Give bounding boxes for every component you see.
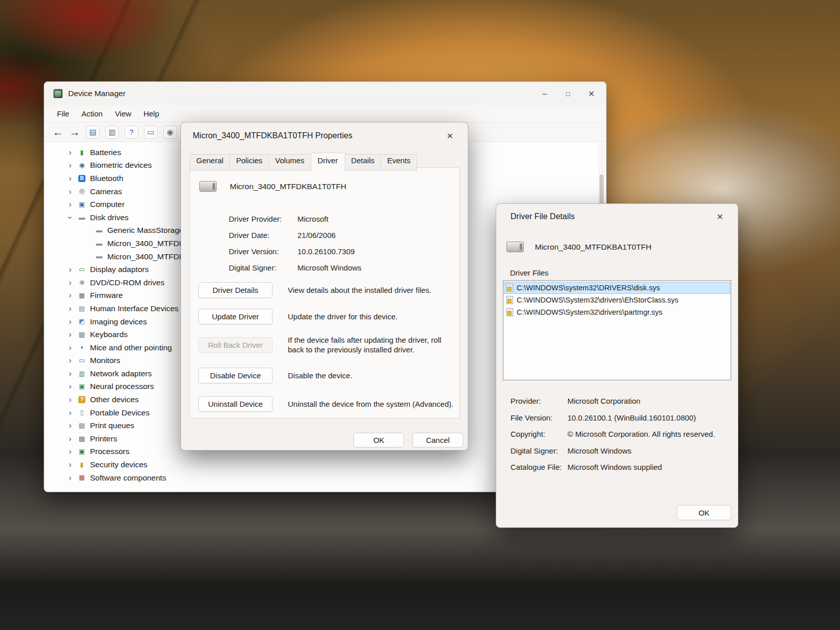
tab[interactable]: Policies [229,154,269,171]
neural-icon: ▣ [78,383,85,390]
close-icon[interactable]: × [711,208,729,225]
action-description: Uninstall the device from the system (Ad… [288,399,454,409]
driver-file-item[interactable]: C:\WINDOWS\System32\drivers\partmgr.sys [504,306,730,318]
driver-info-row: Driver Version: 10.0.26100.7309 [229,247,456,256]
chevron-icon[interactable] [65,278,76,287]
driver-file-item[interactable]: C:\WINDOWS\system32\DRIVERS\disk.sys [504,282,730,294]
software-icon: ▦ [78,474,85,482]
monitor-icon: ▭ [78,357,85,364]
menu-item[interactable]: View [110,107,136,121]
field-value: 21/06/2006 [297,230,336,240]
ok-button[interactable]: OK [353,433,404,447]
ok-button[interactable]: OK [677,505,731,520]
action-button[interactable]: Roll Back Driver [198,337,273,353]
action-button[interactable]: Uninstall Device [198,396,273,412]
chevron-icon[interactable] [65,317,76,326]
chevron-icon[interactable] [65,356,76,365]
titlebar[interactable]: Device Manager ─ □ × [44,82,606,105]
field-label: Copyright: [511,429,567,439]
tab[interactable]: Details [345,154,381,171]
driver-info: Driver Provider: Microsoft Driver Date: … [229,214,456,273]
chevron-icon[interactable] [65,213,76,222]
menu-item[interactable]: Help [139,107,164,121]
chevron-icon[interactable] [65,473,76,483]
chevron-icon[interactable] [65,304,76,313]
tree-item-label: Generic MassStorage [107,226,184,235]
close-icon[interactable]: × [441,127,459,144]
tab[interactable]: Events [380,154,417,171]
maximize-icon[interactable]: □ [556,84,580,103]
printqueue-icon: ▤ [78,422,85,429]
close-icon[interactable]: × [580,84,603,103]
disk-drive-icon [199,181,217,192]
chevron-icon[interactable] [65,343,76,352]
tab[interactable]: Volumes [268,154,311,171]
driver-actions: Driver Details View details about the in… [198,282,456,412]
tree-item-label: Disk drives [90,213,129,222]
chevron-icon[interactable] [65,421,76,430]
chevron-icon[interactable] [65,174,76,183]
field-label: File Version: [511,413,567,423]
chevron-icon[interactable] [65,161,76,170]
chevron-icon[interactable] [65,148,76,157]
tab[interactable]: Driver [311,153,345,169]
keyboard-icon: ▤ [78,331,85,338]
file-info-row: Provider: Microsoft Corporation [511,396,730,406]
field-value: 10.0.26100.1 (WinBuild.160101.0800) [567,413,696,423]
firmware-icon: ▦ [78,292,85,299]
chevron-icon[interactable] [65,460,76,469]
tree-item-label: Neural processors [90,382,154,391]
chevron-icon[interactable] [65,382,76,391]
driver-file-item[interactable]: C:\WINDOWS\System32\drivers\EhStorClass.… [504,294,730,306]
chevron-icon[interactable] [65,330,76,339]
chevron-icon[interactable] [65,434,76,443]
dialog-titlebar[interactable]: Driver File Details × [496,204,738,229]
minimize-icon[interactable]: ─ [533,84,556,103]
field-label: Driver Provider: [229,214,297,224]
chevron-icon[interactable] [65,265,76,274]
tab[interactable]: General [190,154,230,171]
driver-file-path: C:\WINDOWS\system32\DRIVERS\disk.sys [517,284,660,292]
menubar: File Action View Help [44,105,606,123]
field-value: Microsoft Windows supplied [567,462,662,472]
tree-item-label: Keyboards [90,330,128,339]
forward-icon[interactable]: → [69,126,80,139]
tree-item-label: Printers [90,434,117,443]
desktop-wallpaper: Device Manager ─ □ × File Action View He… [0,0,840,630]
menu-item[interactable]: Action [77,107,107,121]
chevron-icon[interactable] [65,447,76,456]
file-info-row: Copyright: © Microsoft Corporation. All … [511,429,730,439]
chevron-icon[interactable] [65,408,76,417]
list-icon[interactable]: ▤ [86,126,100,139]
disk-icon: ▬ [96,227,103,234]
action-button[interactable]: Update Driver [198,309,273,324]
back-icon[interactable]: ← [52,126,64,139]
tree-item-label: Imaging devices [90,317,147,326]
cancel-button[interactable]: Cancel [412,433,463,447]
settings-icon[interactable]: ◉ [163,126,177,139]
driver-info-row: Digital Signer: Microsoft Windows [229,263,456,273]
action-button[interactable]: Disable Device [198,368,273,383]
file-info-row: Digital Signer: Microsoft Windows [511,446,730,456]
chevron-icon[interactable] [65,395,76,404]
help-icon[interactable]: ? [125,126,138,139]
chevron-icon[interactable] [65,291,76,300]
disk-drive-icon [506,242,524,252]
chevron-icon[interactable] [65,187,76,196]
driver-file-details-dialog: Driver File Details × Micron_3400_MTFDKB… [496,203,738,528]
battery-icon: ▮ [78,149,85,156]
screen-icon[interactable]: ▭ [144,126,158,139]
driver-file-path: C:\WINDOWS\System32\drivers\partmgr.sys [517,308,663,316]
driver-tab-page: Micron_3400_MTFDKBA1T0TFH Driver Provide… [189,167,460,418]
hid-icon: ▤ [78,305,85,312]
action-button[interactable]: Driver Details [198,282,273,298]
driver-action-row: Update Driver Update the driver for this… [198,309,456,324]
chevron-icon[interactable] [65,200,76,209]
chevron-icon[interactable] [65,369,76,378]
properties-icon[interactable]: ▥ [105,126,119,139]
field-label: Catalogue File: [511,462,567,472]
dialog-titlebar[interactable]: Micron_3400_MTFDKBA1T0TFH Properties × [181,123,468,149]
driver-files-list[interactable]: C:\WINDOWS\system32\DRIVERS\disk.sys C:\… [503,280,731,380]
menu-item[interactable]: File [52,107,74,121]
tree-item-label: Batteries [90,148,121,157]
